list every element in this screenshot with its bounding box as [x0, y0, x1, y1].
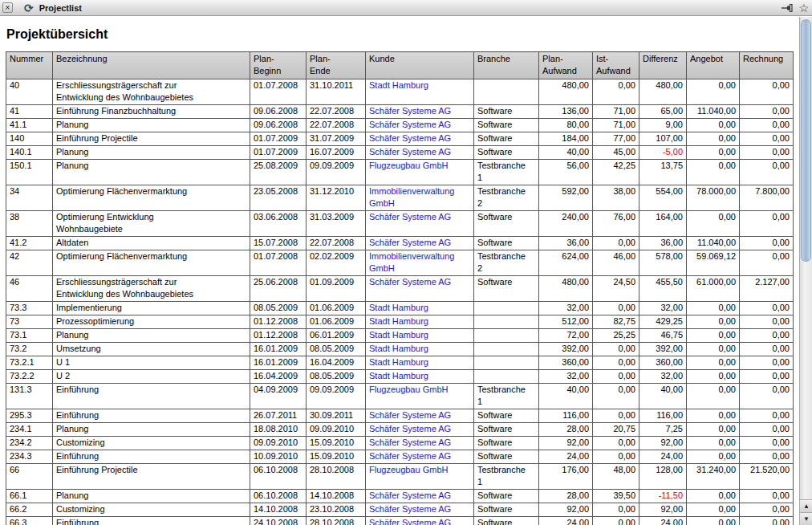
cell-kunde: Stadt Hamburg: [366, 356, 474, 370]
cell-branche: Software: [474, 237, 539, 250]
cell-kunde: Schäfer Systeme AG: [366, 105, 474, 119]
cell-plan_aufwand: 36,00: [539, 237, 593, 250]
cell-plan_aufwand: 360,00: [539, 356, 593, 370]
cell-ist_aufwand: 20,75: [593, 423, 639, 437]
cell-bezeichnung: Planung: [53, 160, 250, 185]
cell-kunde: Schäfer Systeme AG: [366, 423, 474, 437]
cell-plan_aufwand: 176,00: [539, 464, 593, 490]
cell-bezeichnung: Einführung: [53, 409, 250, 423]
kunde-link[interactable]: Stadt Hamburg: [369, 357, 428, 367]
pin-icon[interactable]: [782, 4, 794, 12]
cell-angebot: 0,00: [687, 132, 740, 146]
cell-rechnung: 0,00: [740, 370, 794, 384]
vertical-scrollbar[interactable]: ▲ ▼: [799, 17, 812, 525]
cell-plan_ende: 31.12.2010: [307, 185, 366, 211]
cell-differenz: 32,00: [639, 370, 687, 384]
kunde-link[interactable]: Stadt Hamburg: [369, 330, 428, 340]
cell-differenz: 46,75: [639, 329, 687, 343]
project-table-body: 40Erschliessungsträgerschaft zur Entwick…: [6, 79, 794, 525]
project-table: NummerBezeichnungPlan- BeginnPlan- EndeK…: [6, 51, 794, 525]
cell-nummer: 42: [6, 250, 53, 276]
refresh-icon[interactable]: ⟳: [24, 2, 34, 14]
cell-ist_aufwand: 38,00: [593, 185, 639, 211]
cell-plan_aufwand: 92,00: [539, 437, 593, 450]
kunde-link[interactable]: Schäfer Systeme AG: [369, 490, 451, 500]
cell-differenz: 554,00: [639, 185, 687, 211]
cell-angebot: 0,00: [687, 370, 740, 384]
kunde-link[interactable]: Stadt Hamburg: [369, 80, 428, 90]
cell-angebot: 0,00: [687, 517, 740, 525]
cell-branche: [474, 315, 539, 329]
table-row: 41.1Planung09.06.200822.07.2008Schäfer S…: [6, 119, 794, 132]
close-icon[interactable]: ×: [2, 2, 13, 13]
cell-nummer: 295.3: [6, 409, 53, 423]
cell-bezeichnung: Planung: [53, 490, 250, 503]
kunde-link[interactable]: Schäfer Systeme AG: [369, 106, 451, 116]
cell-plan_aufwand: 184,00: [539, 132, 593, 146]
cell-kunde: Schäfer Systeme AG: [366, 450, 474, 464]
scrollbar-thumb[interactable]: [801, 19, 811, 262]
kunde-link[interactable]: Immobilienverwaltung GmbH: [369, 251, 454, 273]
kunde-link[interactable]: Schäfer Systeme AG: [369, 438, 451, 447]
cell-kunde: Schäfer Systeme AG: [366, 437, 474, 450]
cell-rechnung: 0,00: [740, 384, 794, 409]
kunde-link[interactable]: Schäfer Systeme AG: [369, 147, 451, 157]
cell-ist_aufwand: 0,00: [593, 356, 639, 370]
kunde-link[interactable]: Flugzeugbau GmbH: [369, 385, 448, 394]
kunde-link[interactable]: Schäfer Systeme AG: [369, 133, 451, 143]
cell-ist_aufwand: 48,00: [593, 464, 639, 490]
kunde-link[interactable]: Schäfer Systeme AG: [369, 504, 451, 514]
cell-nummer: 38: [6, 211, 53, 237]
cell-differenz: 24,00: [639, 517, 687, 525]
kunde-link[interactable]: Stadt Hamburg: [369, 316, 428, 326]
cell-plan_aufwand: 480,00: [539, 276, 593, 302]
kunde-link[interactable]: Schäfer Systeme AG: [369, 424, 451, 433]
cell-plan_beginn: 14.10.2008: [250, 503, 307, 517]
cell-rechnung: 0,00: [740, 302, 794, 315]
cell-plan_ende: 15.09.2010: [307, 437, 366, 450]
kunde-link[interactable]: Schäfer Systeme AG: [369, 277, 451, 287]
cell-bezeichnung: Einführung Projectile: [53, 464, 250, 490]
star-icon[interactable]: ☆: [798, 2, 809, 14]
cell-bezeichnung: Einführung Finanzbuchhaltung: [53, 105, 250, 119]
cell-rechnung: 7.800,00: [740, 185, 794, 211]
kunde-link[interactable]: Stadt Hamburg: [369, 344, 428, 353]
scroll-down-icon[interactable]: ▼: [800, 512, 812, 525]
kunde-link[interactable]: Schäfer Systeme AG: [369, 212, 451, 222]
kunde-link[interactable]: Flugzeugbau GmbH: [369, 465, 448, 474]
scroll-up-icon[interactable]: ▲: [800, 499, 812, 512]
cell-plan_aufwand: 592,00: [539, 185, 593, 211]
cell-plan_beginn: 16.04.2009: [250, 370, 307, 384]
cell-plan_aufwand: 240,00: [539, 211, 593, 237]
cell-kunde: Schäfer Systeme AG: [366, 119, 474, 132]
cell-ist_aufwand: 45,00: [593, 146, 639, 160]
cell-branche: Software: [474, 437, 539, 450]
kunde-link[interactable]: Stadt Hamburg: [369, 303, 428, 312]
cell-ist_aufwand: 71,00: [593, 105, 639, 119]
column-header-branche: Branche: [474, 52, 539, 79]
cell-plan_aufwand: 56,00: [539, 160, 593, 185]
kunde-link[interactable]: Schäfer Systeme AG: [369, 120, 451, 129]
cell-plan_ende: 15.09.2010: [307, 450, 366, 464]
kunde-link[interactable]: Schäfer Systeme AG: [369, 238, 451, 247]
kunde-link[interactable]: Schäfer Systeme AG: [369, 518, 451, 525]
window-title: Projectlist: [39, 3, 82, 13]
kunde-link[interactable]: Immobilienverwaltung GmbH: [369, 186, 454, 208]
cell-ist_aufwand: 76,00: [593, 211, 639, 237]
cell-ist_aufwand: 82,75: [593, 315, 639, 329]
kunde-link[interactable]: Stadt Hamburg: [369, 371, 428, 381]
kunde-link[interactable]: Schäfer Systeme AG: [369, 410, 451, 420]
cell-kunde: Stadt Hamburg: [366, 79, 474, 105]
cell-angebot: 0,00: [687, 384, 740, 409]
cell-branche: Testbranche 1: [474, 464, 539, 490]
cell-plan_ende: 31.10.2011: [307, 79, 366, 105]
kunde-link[interactable]: Flugzeugbau GmbH: [369, 161, 448, 170]
cell-plan_beginn: 25.08.2009: [250, 160, 307, 185]
cell-plan_beginn: 10.09.2010: [250, 450, 307, 464]
cell-plan_beginn: 01.07.2009: [250, 132, 307, 146]
kunde-link[interactable]: Schäfer Systeme AG: [369, 451, 451, 461]
cell-nummer: 73.1: [6, 329, 53, 343]
cell-nummer: 41: [6, 105, 53, 119]
cell-rechnung: 0,00: [740, 329, 794, 343]
cell-nummer: 46: [6, 276, 53, 302]
